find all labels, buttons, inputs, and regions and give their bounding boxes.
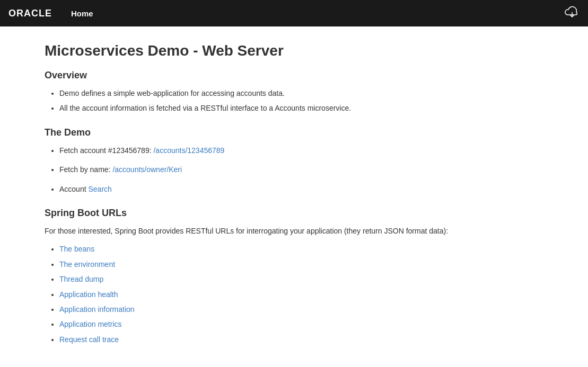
environment-link[interactable]: The environment <box>59 260 115 268</box>
demo-list: Fetch account #123456789: /accounts/1234… <box>45 145 543 195</box>
thread-dump-link[interactable]: Thread dump <box>59 275 103 283</box>
app-metrics-link[interactable]: Application metrics <box>59 320 122 328</box>
account-label: Account <box>59 185 88 193</box>
account-search-link[interactable]: Search <box>88 185 111 193</box>
demo-section: The Demo Fetch account #123456789: /acco… <box>45 127 543 195</box>
overview-list: Demo defines a simple web-application fo… <box>45 87 543 114</box>
app-information-link[interactable]: Application information <box>59 305 135 314</box>
nav-link-home[interactable]: Home <box>63 0 102 26</box>
list-item: Demo defines a simple web-application fo… <box>59 87 543 99</box>
spring-boot-description: For those interested, Spring Boot provid… <box>45 225 543 237</box>
page-title: Microservices Demo - Web Server <box>45 42 543 59</box>
list-item: All the account information is fetched v… <box>59 102 543 114</box>
fetch-by-name-label: Fetch by name: <box>59 165 112 174</box>
main-content: Microservices Demo - Web Server Overview… <box>0 26 588 367</box>
navbar-left: ORACLE Home <box>8 0 102 26</box>
spring-boot-list: The beans The environment Thread dump Ap… <box>45 243 543 345</box>
fetch-by-name-link[interactable]: /accounts/owner/Keri <box>112 165 182 174</box>
list-item: Account Search <box>59 183 543 195</box>
list-item: Application metrics <box>59 318 543 330</box>
list-item: Request call trace <box>59 334 543 345</box>
beans-link[interactable]: The beans <box>59 245 94 253</box>
list-item: Application health <box>59 289 543 300</box>
spring-boot-heading: Spring Boot URLs <box>45 208 543 219</box>
list-item: The beans <box>59 243 543 255</box>
list-item: Thread dump <box>59 273 543 285</box>
list-item: Fetch by name: /accounts/owner/Keri <box>59 164 543 175</box>
overview-heading: Overview <box>45 70 543 81</box>
overview-section: Overview Demo defines a simple web-appli… <box>45 70 543 114</box>
cloud-icon[interactable] <box>565 5 580 21</box>
oracle-logo: ORACLE <box>8 8 63 19</box>
demo-heading: The Demo <box>45 127 543 138</box>
fetch-account-link[interactable]: /accounts/123456789 <box>153 146 224 155</box>
spring-boot-section: Spring Boot URLs For those interested, S… <box>45 208 543 345</box>
fetch-account-label: Fetch account #123456789: <box>59 146 153 155</box>
app-health-link[interactable]: Application health <box>59 290 118 299</box>
navbar-right <box>565 5 580 21</box>
list-item: Application information <box>59 303 543 315</box>
list-item: The environment <box>59 258 543 270</box>
navbar: ORACLE Home <box>0 0 588 26</box>
list-item: Fetch account #123456789: /accounts/1234… <box>59 145 543 156</box>
request-call-trace-link[interactable]: Request call trace <box>59 335 119 344</box>
